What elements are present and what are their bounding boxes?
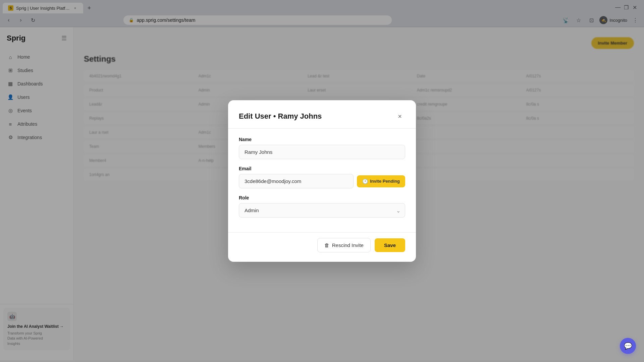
invite-pending-label: Invite Pending <box>370 179 400 184</box>
name-input[interactable] <box>239 145 405 159</box>
email-label: Email <box>239 166 405 171</box>
trash-icon: 🗑 <box>324 242 329 248</box>
modal-title: Edit User • Ramy Johns <box>239 112 322 121</box>
chat-widget-button[interactable]: 💬 <box>620 338 636 354</box>
modal-header: Edit User • Ramy Johns × <box>228 100 416 129</box>
modal-close-button[interactable]: × <box>394 111 405 122</box>
email-field-group: Email 🕐 Invite Pending <box>239 166 405 188</box>
role-select-wrapper: Admin Member Viewer ⌄ <box>239 203 405 218</box>
email-row: 🕐 Invite Pending <box>239 174 405 188</box>
app-layout: Sprig ☰ ⌂ Home ⊞ Studies ▦ Dashboards 👤 … <box>0 27 644 360</box>
rescind-invite-label: Rescind Invite <box>332 242 364 248</box>
modal-body: Name Email 🕐 Invite Pending <box>228 129 416 232</box>
modal-footer: 🗑 Rescind Invite Save <box>228 232 416 262</box>
edit-user-modal: Edit User • Ramy Johns × Name Email 🕐 <box>228 100 416 262</box>
modal-overlay[interactable]: Edit User • Ramy Johns × Name Email 🕐 <box>0 0 644 362</box>
role-select[interactable]: Admin Member Viewer <box>239 203 405 218</box>
save-button[interactable]: Save <box>375 238 405 252</box>
clock-icon: 🕐 <box>362 179 368 184</box>
name-label: Name <box>239 137 405 142</box>
name-field-group: Name <box>239 137 405 159</box>
email-input[interactable] <box>239 174 354 188</box>
role-label: Role <box>239 195 405 200</box>
rescind-invite-button[interactable]: 🗑 Rescind Invite <box>317 238 371 252</box>
chat-icon: 💬 <box>624 342 632 350</box>
invite-pending-badge[interactable]: 🕐 Invite Pending <box>357 175 405 187</box>
role-field-group: Role Admin Member Viewer ⌄ <box>239 195 405 218</box>
